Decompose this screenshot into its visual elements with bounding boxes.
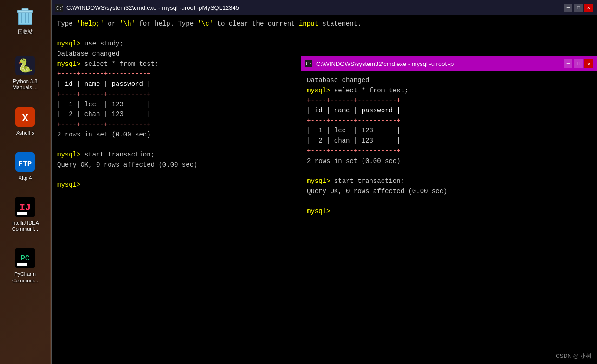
- pycharm-icon: PC: [13, 246, 37, 270]
- xshell-label: Xshell 5: [16, 130, 34, 136]
- xshell-icon: X: [13, 105, 37, 129]
- svg-text:C:\: C:\: [306, 61, 312, 66]
- python-label: Python 3.8 Manuals ...: [13, 78, 38, 91]
- cmd-title-1: C:\WINDOWS\system32\cmd.exe - mysql -uro…: [66, 4, 239, 11]
- svg-text:FTP: FTP: [19, 160, 32, 169]
- sidebar-item-pycharm[interactable]: PC PyCharm Communi...: [4, 246, 46, 283]
- window-controls-2[interactable]: ─ □ ✕: [564, 59, 593, 68]
- recycle-bin-icon: [13, 4, 37, 28]
- cmd-text-2: Database changed mysql> select * from te…: [307, 76, 591, 217]
- cmd-titlebar-1[interactable]: C:\ C:\WINDOWS\system32\cmd.exe - mysql …: [52, 0, 597, 15]
- sidebar-item-intellij[interactable]: IJ IntelliJ IDEA Communi...: [4, 195, 46, 232]
- svg-text:C:\: C:\: [56, 6, 63, 11]
- desktop: 回收站 🐍 Python 3.8 Manuals ... X Xshell 5: [0, 0, 597, 364]
- svg-rect-2: [22, 8, 28, 11]
- minimize-button-1[interactable]: ─: [564, 4, 572, 12]
- sidebar: 回收站 🐍 Python 3.8 Manuals ... X Xshell 5: [0, 0, 50, 364]
- cmd-title-2: C:\WINDOWS\system32\cmd.exe - mysql -u r…: [316, 60, 454, 67]
- svg-text:🐍: 🐍: [17, 58, 33, 74]
- python-icon: 🐍: [13, 53, 37, 78]
- watermark: CSDN @ 小树: [556, 352, 591, 360]
- close-button-1[interactable]: ✕: [584, 4, 593, 12]
- intellij-label: IntelliJ IDEA Communi...: [11, 220, 39, 232]
- svg-text:PC: PC: [20, 254, 30, 263]
- cmd-content-2: Database changed mysql> select * from te…: [301, 71, 597, 221]
- sidebar-item-xshell[interactable]: X Xshell 5: [4, 105, 46, 136]
- cmd-icon-1: C:\: [55, 4, 63, 12]
- svg-rect-17: [17, 263, 27, 266]
- pycharm-label: PyCharm Communi...: [12, 271, 38, 283]
- maximize-button-2[interactable]: □: [574, 59, 583, 68]
- xftp-label: Xftp 4: [19, 175, 32, 181]
- sidebar-item-recycle-bin[interactable]: 回收站: [4, 4, 46, 35]
- intellij-icon: IJ: [13, 195, 37, 219]
- sidebar-item-xftp[interactable]: FTP Xftp 4: [4, 150, 46, 181]
- close-button-2[interactable]: ✕: [584, 59, 593, 68]
- svg-text:IJ: IJ: [19, 202, 31, 213]
- cmd-window-2[interactable]: C:\ C:\WINDOWS\system32\cmd.exe - mysql …: [301, 56, 597, 362]
- sidebar-item-python[interactable]: 🐍 Python 3.8 Manuals ...: [4, 53, 46, 91]
- window-controls-1[interactable]: ─ □ ✕: [564, 4, 593, 12]
- recycle-bin-label: 回收站: [18, 29, 33, 35]
- svg-rect-14: [17, 212, 27, 214]
- maximize-button-1[interactable]: □: [574, 4, 583, 12]
- xftp-icon: FTP: [13, 150, 37, 174]
- svg-text:X: X: [22, 113, 28, 124]
- cmd-titlebar-2[interactable]: C:\ C:\WINDOWS\system32\cmd.exe - mysql …: [301, 56, 597, 71]
- cmd-icon-2: C:\: [305, 60, 312, 67]
- minimize-button-2[interactable]: ─: [564, 59, 572, 68]
